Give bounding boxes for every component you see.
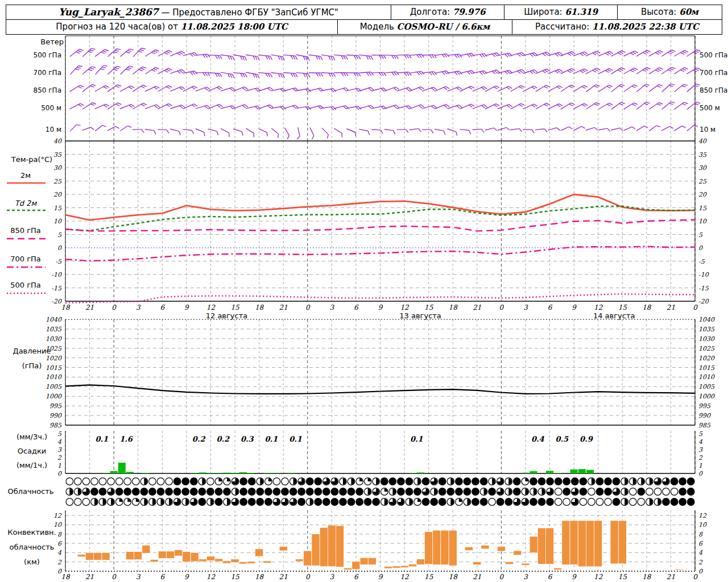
convective-bar [384,567,392,568]
precip-bar [288,473,295,473]
svg-text:21: 21 [279,304,288,311]
cloud-symbol [99,488,106,496]
convective-bar [296,559,304,562]
svg-text:40: 40 [53,138,62,145]
svg-text:9: 9 [572,304,577,311]
svg-text:700 гПа: 700 гПа [34,69,61,77]
cloud-symbol [198,498,206,506]
svg-text:10 м: 10 м [46,126,61,134]
convective-bar [465,547,473,551]
convective-bar [441,530,449,564]
convective-bar [247,562,255,563]
precip-bar [215,473,222,473]
precip-bar [110,471,118,473]
cloud-symbol [596,478,603,485]
convective-bar [433,530,441,564]
svg-text:12: 12 [400,573,410,581]
cloud-symbol [306,488,313,496]
svg-text:12 августа: 12 августа [206,311,248,320]
cloud-symbol [273,488,280,496]
svg-text:21: 21 [473,304,481,311]
svg-text:0.2: 0.2 [216,435,230,443]
svg-text:40: 40 [698,138,707,145]
cloud-symbol [530,478,537,485]
svg-text:-20: -20 [51,298,62,305]
convective-bar [77,555,85,557]
svg-text:4: 4 [698,549,703,556]
convective-bar [522,563,530,565]
svg-text:0.9: 0.9 [580,435,594,443]
cloud-symbol [124,488,131,496]
convective-bar [102,552,110,560]
convective-bar [239,562,247,564]
cloud-symbol [679,488,686,496]
cloud-symbol [464,478,471,485]
convective-bar [167,551,175,558]
wind-barbs [70,47,701,139]
cloud-symbol [273,478,280,485]
cloud-symbol [505,498,512,506]
cloud-symbol [398,488,405,496]
convective-bar [586,521,594,567]
cloud-symbol [580,498,587,506]
cloud-symbol [240,498,247,506]
cloud-symbol [596,488,603,496]
cloud-symbol [489,498,496,506]
svg-text:2: 2 [57,454,62,462]
svg-text:0: 0 [111,304,117,311]
convective-bar [675,569,683,570]
svg-text:18: 18 [255,573,264,581]
convective-bar [175,550,183,556]
svg-text:985: 985 [49,422,62,429]
svg-text:5: 5 [698,430,703,438]
cloud-symbol [472,478,479,485]
cloud-symbol [298,498,305,506]
svg-text:1015: 1015 [698,364,715,372]
svg-text:10 м: 10 м [700,126,715,134]
svg-text:0: 0 [305,304,311,311]
temp-line-2м [65,194,695,220]
cloud-symbol [289,488,297,496]
svg-text:2: 2 [698,559,703,566]
convective-bar [191,552,198,562]
cloud-symbol [215,498,222,506]
cloud-symbol [480,498,487,506]
cloud-symbol [364,498,371,506]
precip-bar [522,473,530,473]
svg-text:5: 5 [57,231,62,239]
cloud-symbol [687,498,694,506]
svg-text:21: 21 [473,573,481,581]
svg-text:1005: 1005 [698,383,715,390]
svg-text:6: 6 [548,304,553,311]
svg-text:9: 9 [378,304,383,311]
convective-bar [506,562,514,564]
cloud-symbol [439,478,446,485]
convective-bar [610,521,618,564]
cloud-symbol [646,488,653,496]
cloud-symbol [687,478,694,485]
cloud-symbol [679,498,686,506]
svg-text:1035: 1035 [698,326,715,333]
svg-text:8: 8 [698,531,703,538]
cloud-symbol [472,488,479,496]
svg-text:3: 3 [136,304,141,311]
svg-text:4: 4 [57,549,62,556]
cloud-symbol [671,478,678,485]
svg-text:1025: 1025 [698,345,715,352]
convective-bar [530,537,537,553]
convective-bar [425,532,433,564]
precip-bars [102,463,594,473]
cloud-symbol [66,478,73,485]
svg-text:1010: 1010 [698,373,715,381]
svg-text:12: 12 [206,573,216,581]
convective-bar [263,561,271,563]
convective-bar [183,552,191,562]
cloud-symbol [580,488,587,496]
cloud-symbol [66,498,73,506]
svg-text:1020: 1020 [698,355,715,362]
cloud-symbol [547,478,554,485]
cloud-symbol [240,478,247,485]
cloud-symbol [331,498,338,506]
svg-text:3: 3 [523,573,528,581]
cloud-symbol [456,478,463,485]
